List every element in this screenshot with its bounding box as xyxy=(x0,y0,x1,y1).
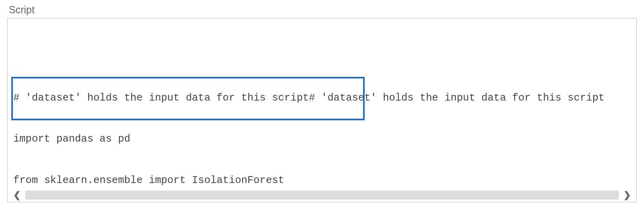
scroll-track[interactable] xyxy=(25,191,619,200)
section-label: Script xyxy=(7,4,637,16)
scroll-left-icon[interactable]: ❮ xyxy=(11,191,23,200)
code-area[interactable]: # 'dataset' holds the input data for thi… xyxy=(8,19,636,191)
code-line: import pandas as pd xyxy=(13,132,631,146)
scroll-right-icon[interactable]: ❯ xyxy=(621,191,633,200)
code-line: from sklearn.ensemble import IsolationFo… xyxy=(13,174,631,187)
code-line: # 'dataset' holds the input data for thi… xyxy=(13,91,631,105)
script-editor[interactable]: # 'dataset' holds the input data for thi… xyxy=(7,18,637,202)
horizontal-scrollbar[interactable]: ❮ ❯ xyxy=(8,191,636,202)
